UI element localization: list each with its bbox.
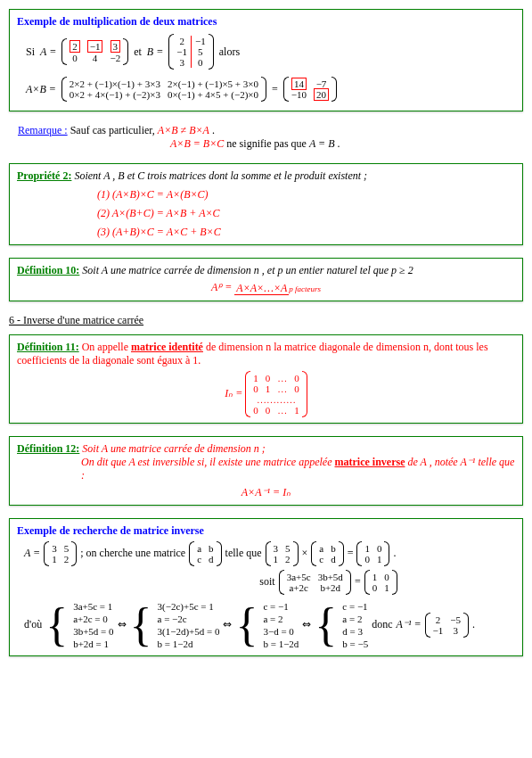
box3-formula: Aᵖ = A×A×…×Ap facteurs (17, 281, 515, 295)
remark-dot2: . (338, 137, 340, 150)
matrix-b: 2−1 −15 30 (168, 34, 213, 70)
example-multiplication-box: Exemple de multiplication de deux matric… (9, 9, 523, 111)
sys4: c = −1a = 2d = 3b = −5 (342, 600, 368, 650)
box2-intro: Soient A , B et C trois matrices dont la… (74, 169, 367, 182)
box5-line2: On dit que A est inversible si, il exist… (81, 456, 515, 482)
alors-label: alors (219, 45, 240, 59)
box2-p3: (3) (A+B)×C = A×C + B×C (97, 226, 515, 239)
definition10-box: Définition 10: Soit A une matrice carrée… (9, 258, 523, 301)
b-eq: B = (147, 45, 163, 59)
remark-l1a: Sauf cas particulier, (70, 124, 158, 136)
si-label: Si (26, 45, 35, 59)
box1-line1: Si A = 2−13 04−2 et B = 2−1 −15 30 alors (26, 34, 515, 70)
box4-title: Définition 11: (17, 341, 79, 353)
box4-u1: matrice identité (131, 341, 203, 353)
sys3: c = −1a = 23−d = 0b = 1−2d (263, 600, 299, 650)
example-inverse-box: Exemple de recherche de matrice inverse … (9, 518, 523, 656)
box3-title: Définition 10: (17, 264, 79, 276)
box1-line2: A×B = 2×2 + (−1)×(−1) + 3×32×(−1) + (−1)… (26, 77, 515, 102)
remark-l2b: ne signifie pas que (226, 137, 309, 150)
sys1: 3a+5c = 1a+2c = 03b+5d = 0b+2d = 1 (73, 600, 113, 650)
box6-systems: d'où { 3a+5c = 1a+2c = 03b+5d = 0b+2d = … (24, 600, 515, 650)
section-6-heading: 6 - Inverse d'une matrice carrée (9, 314, 523, 327)
box5-l1: Soit A une matrice carrée de dimension n… (82, 442, 266, 455)
remark-l2c: A = B (309, 137, 335, 150)
box4-identity: Iₙ = 10…0 01…0 ………… 00…1 (17, 371, 515, 417)
box5-eq: A×A⁻¹ = Iₙ (17, 486, 515, 499)
remark-l2: A×B = B×C (170, 137, 224, 150)
box2-p1: (1) (A×B)×C = A×(B×C) (97, 188, 515, 202)
box2-p2: (2) A×(B+C) = A×B + A×C (97, 207, 515, 220)
remark-block: Remarque : Sauf cas particulier, A×B ≠ B… (18, 124, 514, 151)
box6-title: Exemple de recherche de matrice inverse (17, 524, 515, 538)
box1-title: Exemple de multiplication de deux matric… (17, 15, 515, 29)
box6-line2: soit 3a+5c3b+5da+2cb+2d = 1001 (142, 570, 515, 595)
box2-title: Propriété 2: (17, 169, 71, 182)
matrix-result: 14−7 −1020 (283, 77, 337, 102)
matrix-a: 2−13 04−2 (61, 38, 128, 65)
property2-box: Propriété 2: Soient A , B et C trois mat… (9, 163, 523, 245)
axb-label: A×B = (26, 83, 56, 96)
matrix-expand: 2×2 + (−1)×(−1) + 3×32×(−1) + (−1)×5 + 3… (61, 77, 266, 102)
box5-title: Définition 12: (17, 442, 79, 455)
definition11-box: Définition 11: On appelle matrice identi… (9, 334, 523, 424)
remark-dot1: . (212, 124, 215, 136)
eq1: = (272, 83, 278, 96)
definition12-box: Définition 12: Soit A une matrice carrée… (9, 436, 523, 506)
remark-label: Remarque : (18, 124, 68, 136)
a-eq: A = (40, 45, 56, 59)
sys2: 3(−2c)+5c = 1a = −2c3(1−2d)+5d = 0b = 1−… (158, 600, 220, 650)
box6-line1: A = 3512 ; on cherche une matrice abcd t… (24, 541, 515, 566)
box4-l1: On appelle (82, 341, 131, 353)
et-label: et (134, 45, 142, 59)
remark-l1b: A×B ≠ B×A (158, 124, 209, 136)
box3-intro: Soit A une matrice carrée de dimension n… (82, 264, 413, 276)
